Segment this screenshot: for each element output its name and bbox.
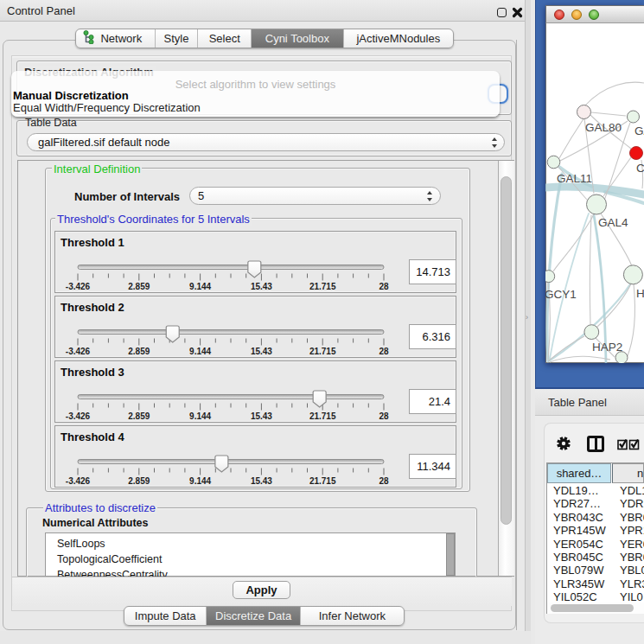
svg-text:-3.426: -3.426: [66, 411, 91, 421]
svg-text:9.144: 9.144: [189, 347, 211, 356]
svg-text:15.43: 15.43: [251, 347, 272, 356]
svg-text:-3.426: -3.426: [66, 476, 91, 486]
svg-text:HAP2: HAP2: [592, 341, 622, 354]
svg-text:21.715: 21.715: [309, 476, 336, 486]
svg-text:9.144: 9.144: [189, 411, 211, 421]
svg-text:C: C: [636, 162, 644, 175]
svg-text:GCY1: GCY1: [545, 288, 577, 301]
svg-text:15.43: 15.43: [251, 411, 272, 421]
svg-text:2.859: 2.859: [128, 347, 150, 356]
svg-text:GAL80: GAL80: [585, 121, 622, 134]
svg-text:2.859: 2.859: [128, 476, 150, 486]
svg-text:2.859: 2.859: [128, 411, 150, 421]
svg-text:-3.426: -3.426: [66, 347, 91, 356]
svg-text:28: 28: [379, 347, 389, 356]
svg-text:28: 28: [379, 282, 389, 291]
svg-text:28: 28: [379, 476, 389, 486]
svg-text:15.43: 15.43: [251, 282, 272, 291]
svg-text:21.715: 21.715: [309, 411, 336, 421]
svg-text:15.43: 15.43: [251, 476, 272, 486]
svg-text:9.144: 9.144: [189, 282, 211, 291]
svg-text:21.715: 21.715: [309, 282, 336, 291]
svg-text:-3.426: -3.426: [66, 282, 91, 291]
svg-text:21.715: 21.715: [309, 347, 336, 356]
svg-text:GAL4: GAL4: [598, 216, 628, 229]
svg-text:2.859: 2.859: [128, 282, 150, 291]
svg-text:GAL11: GAL11: [557, 172, 592, 185]
svg-text:H: H: [636, 287, 644, 300]
svg-text:28: 28: [379, 411, 389, 421]
svg-text:GA: GA: [634, 124, 644, 137]
svg-text:9.144: 9.144: [189, 476, 211, 486]
